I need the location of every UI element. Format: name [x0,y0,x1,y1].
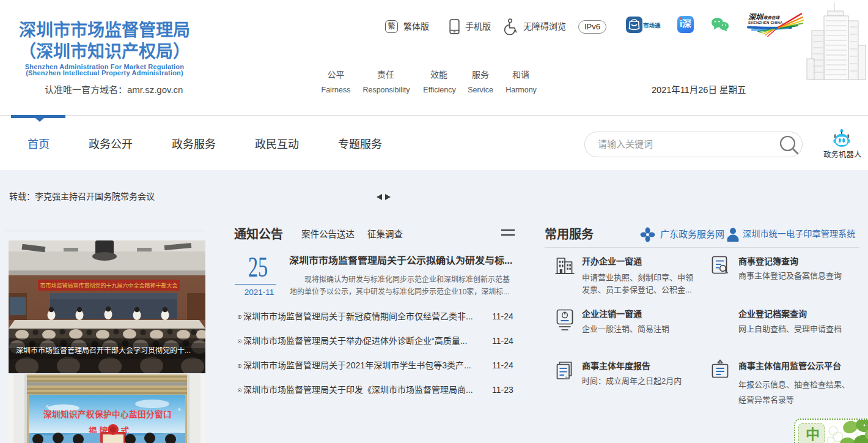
svg-text:市市场监管局宣传贯彻党的十九届六中全会精神干部大会: 市市场监管局宣传贯彻党的十九届六中全会精神干部大会 [40,282,177,289]
svg-text:政务在线: 政务在线 [763,15,781,20]
svg-text:深圳: 深圳 [748,13,764,21]
svg-text:深圳知识产权保护中心盐田分窗口: 深圳知识产权保护中心盐田分窗口 [43,409,172,419]
svg-text:SHENZHEN CHINA: SHENZHEN CHINA [748,21,783,24]
